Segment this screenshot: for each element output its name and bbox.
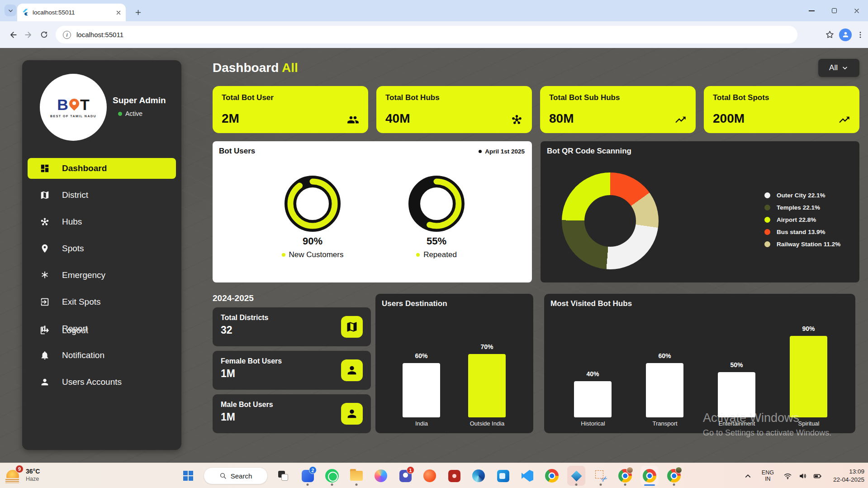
donut-chart <box>408 176 465 232</box>
battery-icon[interactable] <box>813 472 822 480</box>
legend-item: Railway Station11.2% <box>764 241 840 247</box>
vscode-button[interactable] <box>518 465 536 487</box>
sidebar-item-logout[interactable]: Logout <box>28 320 176 341</box>
weather-desc: Haze <box>26 476 40 482</box>
minimize-button[interactable] <box>800 0 823 21</box>
scope-filter-dropdown[interactable]: All <box>818 59 859 77</box>
file-explorer-button[interactable] <box>347 465 365 487</box>
whatsapp-button[interactable] <box>323 465 341 487</box>
bullet-dot-icon <box>479 150 482 153</box>
minimize-icon <box>809 10 815 11</box>
browser-profile-avatar[interactable] <box>839 29 852 41</box>
stat-value: 40M <box>385 111 410 126</box>
qr-legend: Outer City22.1% Temples22.1% Airport22.8… <box>764 192 840 247</box>
window-controls <box>800 0 868 21</box>
sidebar-item-district[interactable]: District <box>28 185 176 206</box>
sidebar-item-hubs[interactable]: Hubs <box>28 211 176 232</box>
user-name: Super Admin <box>113 96 166 105</box>
male-bot-users-card: Male Bot Users 1M <box>213 394 371 433</box>
trending-up-icon <box>674 114 687 126</box>
chrome-button[interactable] <box>543 465 561 487</box>
taskbar-clock[interactable]: 13:09 22-04-2025 <box>833 468 864 483</box>
app-orange-button[interactable] <box>421 465 439 487</box>
snipping-tool-icon <box>595 470 607 482</box>
taskbar-date: 22-04-2025 <box>833 476 864 484</box>
sidebar-item-exit-spots[interactable]: Exit Spots <box>28 292 176 312</box>
person-icon <box>346 364 358 377</box>
activate-windows-watermark: Activate Windows Go to Settings to activ… <box>703 411 831 438</box>
snipping-tool-button[interactable] <box>592 465 610 487</box>
logout-icon <box>40 325 50 335</box>
reload-button[interactable] <box>36 27 52 43</box>
tray-chevron-up-icon[interactable] <box>744 472 752 480</box>
donut-caption: Repeated <box>416 250 457 259</box>
back-icon <box>9 30 18 39</box>
volume-icon[interactable] <box>798 472 807 480</box>
tab-search-button[interactable] <box>5 5 16 16</box>
status-label: Active <box>125 110 142 117</box>
language-indicator[interactable]: ENG IN <box>762 469 774 483</box>
legend-item: Outer City22.1% <box>764 192 840 198</box>
legend-dot-icon <box>764 241 770 247</box>
bot-logo: B T BEST OF TAMIL NADU <box>40 74 107 141</box>
copilot-button[interactable] <box>372 465 390 487</box>
sidebar-item-spots[interactable]: Spots <box>28 238 176 259</box>
sidebar-item-emergency[interactable]: Emergency <box>28 265 176 286</box>
wifi-icon[interactable] <box>783 472 792 480</box>
app-red-button[interactable] <box>445 465 463 487</box>
active-app-tile <box>640 466 659 486</box>
site-info-icon[interactable]: i <box>63 31 71 39</box>
legend-item: Bus stand13.9% <box>764 229 840 235</box>
phone-link-button[interactable]: 2 <box>299 465 317 487</box>
active-indicator <box>644 484 655 486</box>
close-button[interactable] <box>845 0 868 21</box>
taskbar-search[interactable]: Search <box>204 467 268 484</box>
task-view-button[interactable] <box>274 465 292 487</box>
dashboard-icon <box>40 163 50 173</box>
tab-close-icon[interactable] <box>116 10 121 15</box>
icon-tile <box>341 359 363 381</box>
chrome-active-button[interactable] <box>640 465 659 487</box>
exit-icon <box>40 297 50 307</box>
stat-value: 200M <box>713 111 745 126</box>
bookmark-star-icon[interactable] <box>825 30 835 39</box>
flutter-app-icon <box>571 470 582 481</box>
year-heading: 2024-2025 <box>213 293 254 303</box>
stat-card-total-bot-sub-hubs: Total Bot Sub Hubs 80M <box>540 86 696 133</box>
bullet-dot-icon <box>416 253 420 257</box>
bar-column: 60% <box>646 321 683 417</box>
new-tab-button[interactable] <box>132 6 144 18</box>
chrome-profile-b-button[interactable] <box>665 465 683 487</box>
sidebar-item-users-accounts[interactable]: Users Accounts <box>28 372 176 392</box>
people-icon <box>347 114 359 126</box>
outlook-button[interactable] <box>494 465 512 487</box>
weather-widget[interactable]: 9 36°C Haze <box>5 466 40 483</box>
icon-tile <box>341 316 363 338</box>
user-status: Active <box>118 110 142 117</box>
kebab-menu-icon[interactable] <box>856 31 864 39</box>
stat-card-total-bot-hubs: Total Bot Hubs 40M <box>376 86 532 133</box>
chrome-icon <box>545 469 559 483</box>
edge-button[interactable] <box>470 465 488 487</box>
teams-button[interactable]: 1 <box>396 465 414 487</box>
maximize-button[interactable] <box>823 0 845 21</box>
back-button[interactable] <box>5 27 21 43</box>
sidebar-item-notification[interactable]: Notification <box>28 345 176 366</box>
map-icon <box>40 190 50 200</box>
bar-column: 40% <box>574 321 612 417</box>
start-button[interactable] <box>179 465 197 487</box>
icon-tile <box>341 403 363 425</box>
maximize-icon <box>832 8 837 13</box>
card-title: Most Visited Bot Hubs <box>550 299 632 308</box>
chrome-profile-a-button[interactable] <box>616 465 634 487</box>
taskbar: 9 36°C Haze Search 2 <box>0 463 868 488</box>
address-bar[interactable]: i localhost:55011 <box>56 26 797 43</box>
browser-tab[interactable]: localhost:55011 <box>17 4 126 21</box>
flutter-app-button[interactable] <box>567 465 585 487</box>
forward-button[interactable] <box>21 27 36 43</box>
sidebar-nav: Dashboard District Hubs Spots Emergency … <box>22 158 181 398</box>
taskbar-center: Search 2 1 <box>179 463 683 488</box>
sidebar-item-dashboard[interactable]: Dashboard <box>28 158 176 179</box>
bar-column: 60% <box>403 321 440 417</box>
date-label: April 1st 2025 <box>479 148 525 155</box>
